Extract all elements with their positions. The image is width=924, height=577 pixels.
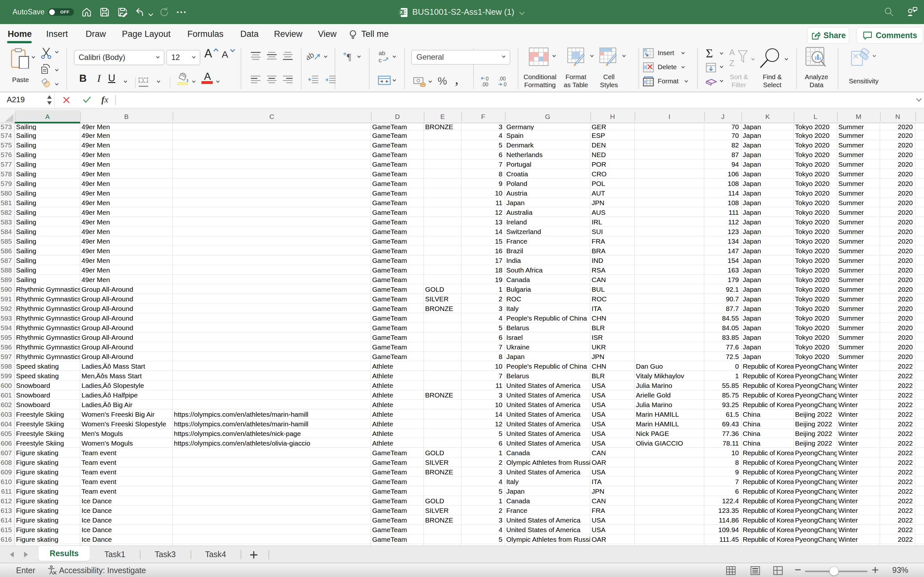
svg-text:0: 0 bbox=[504, 82, 507, 87]
svg-text:ab: ab bbox=[307, 51, 315, 62]
svg-text:.00: .00 bbox=[499, 76, 506, 81]
svg-text:¶: ¶ bbox=[347, 51, 351, 61]
svg-text:A: A bbox=[729, 48, 735, 57]
svg-text:Z: Z bbox=[729, 58, 734, 68]
svg-text:0: 0 bbox=[486, 76, 489, 81]
svg-text:.00: .00 bbox=[481, 82, 488, 87]
svg-text:ab: ab bbox=[379, 50, 385, 56]
svg-text:c: c bbox=[379, 57, 382, 63]
